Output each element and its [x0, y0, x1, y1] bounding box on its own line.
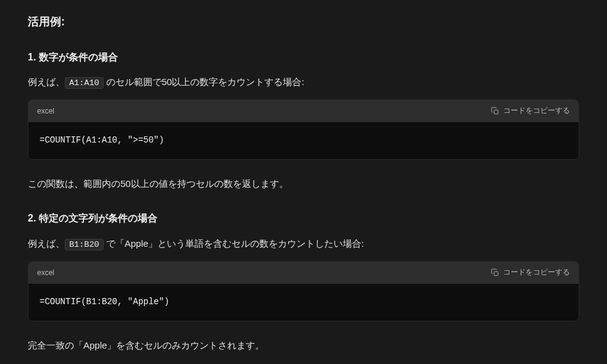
section-2: 2. 特定の文字列が条件の場合 例えば、B1:B20 で「Apple」という単語… [28, 210, 579, 353]
section-1-intro-suffix: のセル範囲で50以上の数字をカウントする場合: [104, 77, 304, 87]
section-2-outro: 完全一致の「Apple」を含むセルのみカウントされます。 [28, 337, 579, 354]
copy-label: コードをコピーする [503, 267, 570, 278]
code-header-2: excel コードをコピーする [28, 262, 579, 284]
section-1-outro: この関数は、範囲内の50以上の値を持つセルの数を返します。 [28, 176, 579, 192]
code-block-2: excel コードをコピーする =COUNTIF(B1:B20, "Apple"… [28, 261, 579, 321]
copy-icon [491, 268, 500, 277]
code-content-2: =COUNTIF(B1:B20, "Apple") [28, 284, 579, 321]
section-2-inline-code: B1:B20 [65, 239, 104, 250]
section-2-intro: 例えば、B1:B20 で「Apple」という単語を含むセルの数をカウントしたい場… [28, 236, 579, 252]
copy-button[interactable]: コードをコピーする [491, 267, 570, 278]
code-block-1: excel コードをコピーする =COUNTIF(A1:A10, ">=50") [28, 99, 579, 160]
svg-rect-1 [494, 271, 498, 275]
section-2-intro-suffix: で「Apple」という単語を含むセルの数をカウントしたい場合: [104, 238, 364, 249]
code-content-1: =COUNTIF(A1:A10, ">=50") [28, 122, 579, 159]
svg-rect-0 [494, 110, 498, 114]
copy-button[interactable]: コードをコピーする [491, 105, 570, 116]
heading-main: 活用例: [28, 12, 579, 31]
section-2-intro-prefix: 例えば、 [28, 238, 65, 249]
code-header-1: excel コードをコピーする [28, 100, 579, 122]
section-1-inline-code: A1:A10 [65, 77, 104, 89]
code-lang-label: excel [37, 105, 54, 117]
section-2-title: 2. 特定の文字列が条件の場合 [28, 210, 579, 226]
code-lang-label: excel [37, 267, 54, 279]
section-1-intro: 例えば、A1:A10 のセル範囲で50以上の数字をカウントする場合: [28, 74, 579, 91]
copy-label: コードをコピーする [503, 105, 570, 116]
section-1: 1. 数字が条件の場合 例えば、A1:A10 のセル範囲で50以上の数字をカウン… [28, 49, 579, 192]
section-1-title: 1. 数字が条件の場合 [28, 49, 579, 65]
copy-icon [491, 107, 500, 115]
section-1-intro-prefix: 例えば、 [28, 77, 65, 87]
